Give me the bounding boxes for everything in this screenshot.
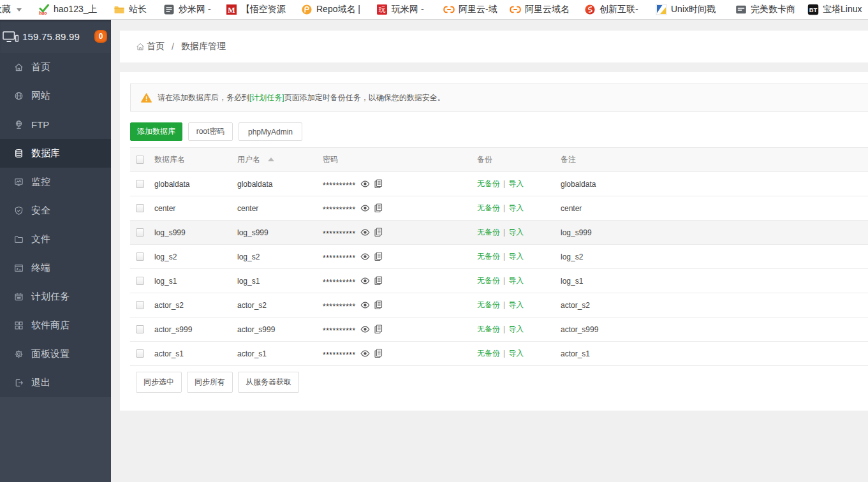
row-checkbox[interactable]	[136, 252, 144, 261]
backup-status-link[interactable]: 无备份	[477, 325, 500, 333]
import-link[interactable]: 导入	[508, 228, 524, 237]
copy-password-icon[interactable]	[374, 179, 383, 189]
copy-password-icon[interactable]	[374, 228, 383, 237]
import-link[interactable]: 导入	[508, 349, 524, 358]
cron-page-link[interactable]: [计划任务]	[249, 93, 284, 102]
import-link[interactable]: 导入	[508, 179, 524, 188]
row-checkbox[interactable]	[136, 228, 144, 237]
show-password-eye-icon[interactable]	[360, 203, 370, 213]
sidebar-item-2[interactable]: 网站	[0, 82, 111, 110]
password-mask: **********	[323, 230, 356, 238]
db-user-cell: log_s2	[232, 245, 318, 269]
backup-status-link[interactable]: 无备份	[477, 179, 500, 188]
row-checkbox[interactable]	[136, 325, 144, 333]
bookmark-item-11[interactable]: 完美数卡商	[735, 0, 795, 19]
copy-password-icon[interactable]	[374, 300, 383, 310]
bookmark-item-6[interactable]: 玩米网 -	[376, 0, 424, 19]
row-checkbox[interactable]	[136, 349, 144, 358]
import-link[interactable]: 导入	[508, 276, 524, 285]
copy-password-icon[interactable]	[374, 252, 383, 261]
show-password-eye-icon[interactable]	[360, 349, 370, 358]
db-password-cell: **********	[323, 228, 472, 237]
root-password-button[interactable]: root密码	[188, 122, 233, 141]
sidebar-item-8[interactable]: 终端	[0, 254, 111, 282]
message-count-badge[interactable]: 0	[94, 30, 107, 43]
show-password-eye-icon[interactable]	[360, 276, 370, 286]
copy-password-icon[interactable]	[374, 276, 383, 286]
sidebar-item-5[interactable]: 监控	[0, 168, 111, 196]
backup-separator: |	[503, 349, 505, 358]
show-password-eye-icon[interactable]	[360, 179, 370, 189]
copy-password-icon[interactable]	[374, 349, 383, 358]
table-footer-button-2[interactable]: 同步所有	[187, 372, 233, 393]
sidebar-item-6[interactable]: 安全	[0, 196, 111, 225]
sidebar-item-9[interactable]: 计划任务	[0, 282, 111, 311]
table-footer-button-3[interactable]: 从服务器获取	[238, 372, 299, 393]
bookmark-item-8[interactable]: 阿里云域名	[510, 0, 570, 19]
show-password-eye-icon[interactable]	[360, 325, 370, 334]
header-dbname[interactable]: 数据库名	[149, 148, 232, 172]
sidebar-item-12[interactable]: 退出	[0, 369, 111, 397]
show-password-eye-icon[interactable]	[360, 300, 370, 310]
copy-password-icon[interactable]	[374, 325, 383, 334]
backup-status-link[interactable]: 无备份	[477, 276, 500, 285]
sidebar-item-1[interactable]: 首页	[0, 53, 111, 82]
bookmark-item-2[interactable]: 站长	[114, 0, 147, 19]
bookmark-item-7[interactable]: 阿里云-域	[443, 0, 497, 19]
bookmark-item-9[interactable]: 创新互联-	[584, 0, 638, 19]
import-link[interactable]: 导入	[508, 300, 524, 309]
backup-warning: 请在添加数据库后，务必到[计划任务]页面添加定时备份任务，以确保您的数据安全。	[130, 84, 868, 112]
phpmyadmin-button[interactable]: phpMyAdmin	[239, 122, 302, 141]
bookmark-item-12[interactable]: 宝塔Linux	[807, 0, 862, 19]
sidebar-item-10[interactable]: 软件商店	[0, 311, 111, 340]
copy-password-icon[interactable]	[374, 203, 383, 213]
db-user-cell: actor_s2	[232, 293, 318, 318]
bookmark-item-4[interactable]: 【悟空资源	[226, 0, 286, 19]
row-checkbox[interactable]	[136, 301, 144, 309]
backup-status-link[interactable]: 无备份	[477, 203, 500, 212]
backup-status-link[interactable]: 无备份	[477, 349, 500, 358]
hao123-icon	[38, 4, 50, 15]
settings-icon	[14, 349, 24, 359]
sidebar-item-4[interactable]: 数据库	[0, 139, 111, 168]
repo-orange-icon	[301, 4, 313, 15]
sidebar-server-header: 159.75.89.99 0	[0, 20, 111, 53]
row-checkbox[interactable]	[136, 277, 144, 285]
db-note-cell: log_s999	[555, 221, 868, 245]
bookmark-label: 创新互联-	[600, 4, 638, 15]
row-checkbox[interactable]	[136, 204, 144, 212]
backup-separator: |	[503, 325, 505, 333]
bookmark-label: 炒米网 -	[179, 4, 211, 15]
table-row: log_s999 log_s999 ********** 无备份|导入 log_…	[130, 221, 868, 245]
backup-status-link[interactable]: 无备份	[477, 252, 500, 261]
password-mask: **********	[323, 254, 356, 263]
table-footer-button-1[interactable]: 同步选中	[136, 372, 182, 393]
show-password-eye-icon[interactable]	[360, 228, 370, 237]
bookmark-item-1[interactable]: hao123_上	[38, 0, 98, 19]
main-content: 首页 / 数据库管理 请在添加数据库后，务必到[计划任务]页面添加定时备份任务，…	[111, 20, 868, 482]
db-password-cell: **********	[323, 203, 472, 213]
import-link[interactable]: 导入	[508, 252, 524, 261]
breadcrumb-home-link[interactable]: 首页	[147, 41, 165, 52]
backup-separator: |	[503, 252, 505, 261]
bookmark-item-10[interactable]: Unix时间戳	[656, 0, 716, 19]
import-link[interactable]: 导入	[508, 325, 524, 333]
sidebar-item-7[interactable]: 文件	[0, 225, 111, 254]
select-all-checkbox[interactable]	[136, 156, 144, 164]
import-link[interactable]: 导入	[508, 203, 524, 212]
show-password-eye-icon[interactable]	[360, 252, 370, 261]
home-icon	[136, 42, 145, 51]
bookmark-item-3[interactable]: 炒米网 -	[163, 0, 211, 19]
ftp-icon	[14, 120, 24, 129]
sidebar-item-3[interactable]: FTP	[0, 110, 111, 139]
header-username[interactable]: 用户名	[232, 148, 318, 172]
backup-status-link[interactable]: 无备份	[477, 228, 500, 237]
bookmark-item-5[interactable]: Repo域名 |	[301, 0, 360, 19]
breadcrumb-current: 数据库管理	[181, 41, 226, 52]
sidebar-item-11[interactable]: 面板设置	[0, 340, 111, 369]
bookmark-favorites[interactable]: 收藏	[0, 0, 22, 19]
backup-status-link[interactable]: 无备份	[477, 300, 500, 309]
add-database-button[interactable]: 添加数据库	[130, 122, 182, 141]
row-checkbox[interactable]	[136, 180, 144, 188]
bookmarks-bar: 收藏 hao123_上 站长 炒米网 - 【悟空资源 Repo域名 | 玩米网 …	[0, 0, 868, 20]
